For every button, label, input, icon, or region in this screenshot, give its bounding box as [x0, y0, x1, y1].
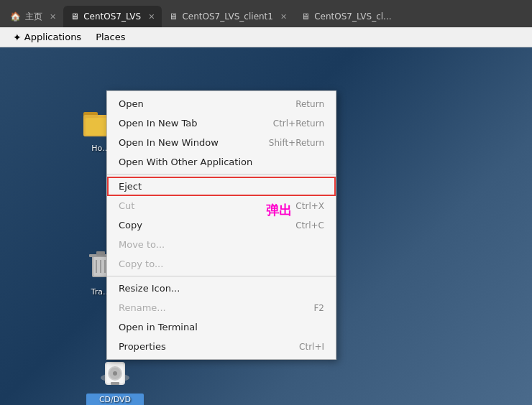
- context-menu-separator: [107, 174, 336, 174]
- applications-icon: ✦: [13, 32, 22, 43]
- context-menu-separator: [107, 276, 336, 276]
- tab-label: 主页: [25, 11, 42, 23]
- context-menu-item-open[interactable]: OpenReturn: [107, 94, 336, 113]
- ctx-item-label: Move to...: [119, 239, 165, 250]
- ctx-item-label: Cut: [119, 200, 134, 211]
- ctx-item-shortcut: Ctrl+C: [295, 220, 324, 231]
- ctx-item-label: Eject: [119, 181, 142, 192]
- tab-close-button[interactable]: ✕: [280, 12, 287, 22]
- tab-icon: 🖥: [301, 11, 310, 22]
- context-menu-item-open-new-window[interactable]: Open In New WindowShift+Return: [107, 133, 336, 152]
- browser-tabs-bar: 🏠主页✕🖥CentOS7_LVS✕🖥CentOS7_LVS_client1✕🖥C…: [0, 0, 532, 27]
- menu-item-applications[interactable]: ✦Applications: [6, 29, 88, 46]
- tab-label: CentOS7_LVS_cl...: [314, 11, 391, 22]
- context-menu-item-open-with-other[interactable]: Open With Other Application: [107, 152, 336, 172]
- context-menu-item-move-to: Move to...: [107, 235, 336, 254]
- ctx-item-shortcut: Shift+Return: [269, 138, 324, 148]
- tab-close-button[interactable]: ✕: [148, 12, 155, 22]
- tab-icon: 🖥: [70, 11, 79, 22]
- ctx-item-label: Open In New Window: [119, 137, 219, 148]
- ctx-item-shortcut: Ctrl+X: [295, 201, 324, 211]
- desktop-icon-label: CD/DVD Drive: [86, 394, 144, 405]
- svg-rect-7: [96, 251, 105, 256]
- browser-tab-tab-centos-client1[interactable]: 🖥CentOS7_LVS_client1✕: [162, 6, 294, 27]
- ctx-item-label: Open In New Tab: [119, 118, 198, 129]
- menu-item-label: Applications: [24, 32, 81, 42]
- browser-tab-tab-centos-client-partial[interactable]: 🖥CentOS7_LVS_cl...: [294, 6, 398, 27]
- desktop: Ho... Tra... CD/DVD Drive OpenReturnOpen…: [0, 47, 532, 405]
- tab-label: CentOS7_LVS: [83, 11, 141, 22]
- ctx-item-label: Open: [119, 98, 144, 109]
- ctx-item-label: Properties: [119, 341, 166, 352]
- context-menu-item-cut: CutCtrl+X: [107, 196, 336, 215]
- ctx-item-label: Rename...: [119, 302, 166, 313]
- context-menu-item-open-terminal[interactable]: Open in Terminal: [107, 317, 336, 337]
- ctx-item-shortcut: Ctrl+Return: [273, 118, 324, 129]
- context-menu-item-open-new-tab[interactable]: Open In New TabCtrl+Return: [107, 113, 336, 133]
- ctx-item-label: Resize Icon...: [119, 283, 180, 294]
- tab-label: CentOS7_LVS_client1: [182, 11, 273, 22]
- context-menu-item-copy-to: Copy to...: [107, 254, 336, 274]
- cdrom-icon: [98, 356, 132, 391]
- svg-rect-17: [111, 382, 119, 385]
- context-menu-item-rename: Rename...F2: [107, 298, 336, 317]
- context-menu-item-copy[interactable]: CopyCtrl+C: [107, 215, 336, 235]
- context-menu-item-eject[interactable]: Eject: [107, 177, 336, 196]
- ctx-item-shortcut: F2: [313, 303, 324, 313]
- desktop-icon-cdrom[interactable]: CD/DVD Drive: [86, 356, 144, 405]
- menubar: ✦ApplicationsPlaces: [0, 27, 532, 47]
- svg-point-16: [113, 371, 117, 376]
- context-menu-item-properties[interactable]: PropertiesCtrl+I: [107, 337, 336, 356]
- tab-icon: 🏠: [10, 11, 21, 22]
- context-menu-item-resize-icon[interactable]: Resize Icon...: [107, 279, 336, 298]
- menu-item-label: Places: [96, 32, 125, 42]
- tab-icon: 🖥: [169, 11, 178, 22]
- context-menu: OpenReturnOpen In New TabCtrl+ReturnOpen…: [106, 90, 336, 360]
- ctx-item-label: Copy: [119, 220, 142, 231]
- ctx-item-label: Copy to...: [119, 259, 163, 269]
- ctx-item-shortcut: Return: [295, 99, 324, 109]
- ctx-item-shortcut: Ctrl+I: [299, 342, 324, 352]
- tab-close-button[interactable]: ✕: [50, 12, 56, 22]
- ctx-item-label: Open in Terminal: [119, 322, 198, 332]
- ctx-item-label: Open With Other Application: [119, 157, 252, 167]
- browser-tab-tab-centos-lvs[interactable]: 🖥CentOS7_LVS✕: [63, 6, 162, 27]
- browser-tab-tab-home[interactable]: 🏠主页✕: [3, 6, 63, 27]
- menu-item-places[interactable]: Places: [88, 29, 132, 46]
